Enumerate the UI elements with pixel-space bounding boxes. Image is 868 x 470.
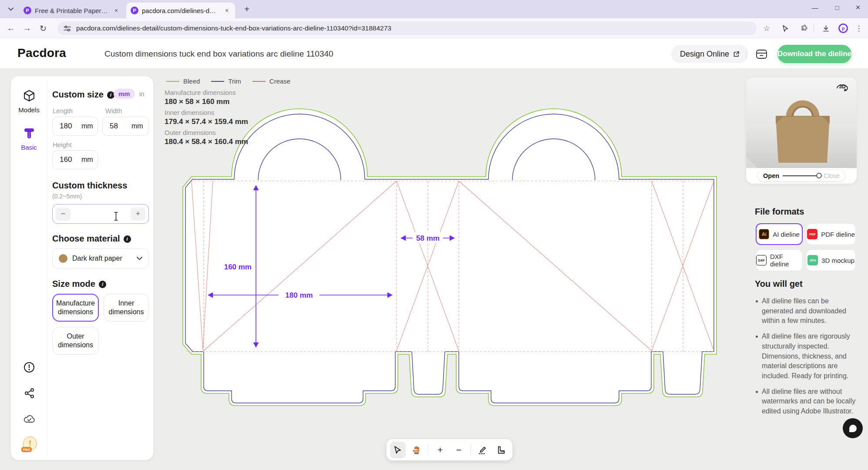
mode-inner-button[interactable]: Inner dimensions (104, 294, 149, 322)
thickness-field[interactable]: − + (52, 204, 149, 224)
mode-manufacture-button[interactable]: Manufacture dimensions (52, 294, 99, 322)
toolbar-divider (428, 444, 428, 455)
thickness-decrease-button[interactable]: − (56, 208, 71, 221)
trim-line-swatch (211, 81, 224, 82)
custom-thickness-title: Custom thickness (52, 181, 127, 191)
rotate-3d-icon[interactable]: 3D (834, 81, 851, 93)
slider-knob[interactable] (816, 173, 822, 178)
length-input[interactable] (60, 122, 81, 131)
custom-size-title: Custom sizei (52, 90, 114, 100)
height-label: Height (53, 141, 71, 148)
zoom-out-button[interactable]: − (451, 442, 467, 458)
legend-trim: Trim (211, 77, 241, 85)
benefit-item: All dieline files are without watermarks… (755, 387, 857, 416)
height-field[interactable]: mm (52, 150, 98, 169)
length-field[interactable]: mm (52, 117, 98, 136)
chevron-down-icon (137, 257, 142, 260)
width-field[interactable]: mm (102, 117, 149, 136)
open-close-slider[interactable]: Open Close (758, 170, 845, 181)
select-tool-button[interactable] (390, 442, 406, 458)
legend-bleed: Bleed (166, 77, 200, 85)
rail-divider (47, 81, 47, 455)
open-label: Open (763, 172, 779, 179)
inner-dimensions-readout: Inner dimensions 179.4 × 57.4 × 159.4 mm (165, 109, 278, 126)
thickness-increase-button[interactable]: + (131, 208, 145, 221)
sidebar-item-basic[interactable]: Basic (11, 127, 47, 151)
info-icon[interactable]: i (99, 281, 106, 288)
benefits-list: All dieline files can be generated and d… (755, 296, 857, 422)
pan-hand-tool-button[interactable] (409, 442, 424, 458)
pdf-file-icon: PDF (807, 229, 818, 239)
sidebar-item-models[interactable]: Models (11, 89, 47, 114)
unit-mm-option[interactable]: mm (114, 89, 135, 99)
share-icon[interactable] (23, 387, 35, 399)
unit-in-option[interactable]: in (139, 90, 145, 97)
material-swatch (59, 254, 67, 263)
benefit-item: All dieline files are rigorously structu… (755, 332, 857, 381)
width-annotation: 58 mm (416, 234, 440, 242)
dxf-file-icon: DXF (756, 255, 767, 265)
settings-panel: Models Basic ! PRO Custom sizei mm in Le… (11, 76, 153, 460)
outer-dimensions-readout: Outer dimensions 180.4 × 58.4 × 160.4 mm (165, 129, 278, 146)
unit-toggle[interactable]: mm in (114, 89, 144, 99)
edit-dieline-tool-button[interactable] (475, 442, 491, 458)
t-square-icon (23, 127, 36, 140)
slider-track[interactable] (783, 175, 820, 176)
bleed-line-swatch (166, 81, 179, 82)
material-dropdown[interactable]: Dark kraft paper (52, 248, 149, 269)
chat-support-button[interactable] (843, 418, 863, 438)
zoom-in-button[interactable]: + (432, 442, 448, 458)
crease-line-swatch (252, 81, 266, 82)
report-issue-icon[interactable] (23, 361, 35, 373)
feedback-pro-icon[interactable]: ! PRO (23, 436, 38, 451)
3d-preview-viewport[interactable]: 3D (746, 77, 857, 168)
format-ai-dieline-button[interactable]: Ai AI dieline (756, 223, 803, 245)
measure-ruler-tool-button[interactable] (493, 442, 509, 458)
format-pdf-dieline-button[interactable]: PDF PDF dieline (806, 223, 856, 245)
jpg-file-icon: JPG (807, 255, 818, 265)
svg-text:3D: 3D (839, 84, 846, 90)
thickness-range: (0.2~5mm) (52, 193, 82, 200)
close-label: Close (824, 172, 840, 179)
you-will-get-title: You will get (755, 279, 803, 289)
size-mode-title: Size modei (52, 279, 106, 289)
choose-material-title: Choose materiali (52, 234, 131, 244)
kraft-bag-3d-model (772, 97, 833, 166)
3d-preview-card: 3D Open Close (746, 77, 857, 184)
length-label: Length (53, 107, 73, 114)
file-formats-title: File formats (755, 207, 804, 217)
dieline-legend: Bleed Trim Crease (166, 77, 290, 85)
cloud-check-icon[interactable] (23, 413, 35, 425)
toolbar-divider (471, 444, 471, 455)
canvas-toolbar: + − (387, 439, 512, 460)
format-3d-mockup-button[interactable]: JPG 3D mockup (806, 249, 856, 271)
width-input[interactable] (110, 122, 131, 131)
legend-crease: Crease (252, 77, 290, 85)
cube-icon (23, 89, 36, 102)
mode-outer-button[interactable]: Outer dimensions (52, 327, 99, 355)
info-icon[interactable]: i (124, 235, 131, 243)
height-input[interactable] (60, 155, 81, 164)
benefit-item: All dieline files can be generated and d… (755, 296, 857, 326)
width-label: Width (105, 107, 122, 114)
text-cursor (113, 212, 119, 221)
page-fold-decoration (746, 157, 757, 168)
pro-badge: PRO (21, 447, 32, 452)
height-annotation: 160 mm (224, 263, 252, 271)
length-annotation: 180 mm (285, 291, 313, 299)
format-dxf-dieline-button[interactable]: DXF DXF dieline (756, 249, 803, 271)
ai-file-icon: Ai (759, 229, 769, 239)
manufacture-dimensions-readout: Manufacture dimensions 180 × 58 × 160 mm (165, 89, 278, 106)
chat-drop-icon (849, 425, 857, 432)
